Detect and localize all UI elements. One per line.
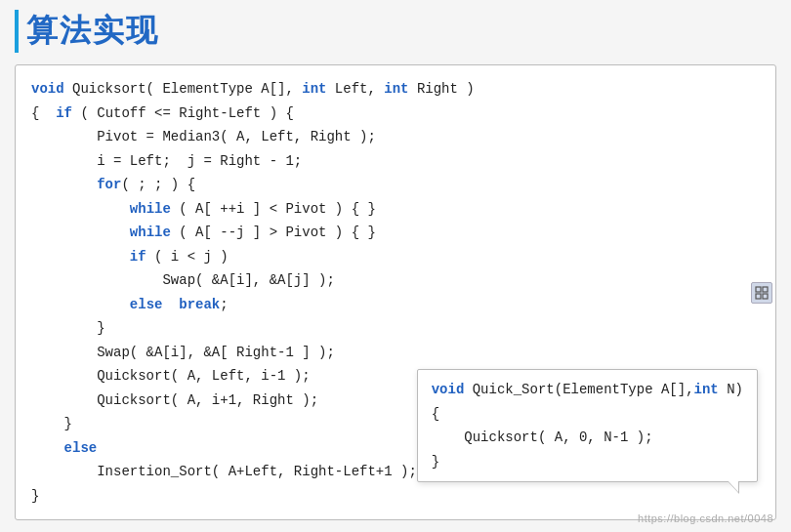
code-area-wrapper: void Quicksort( ElementType A[], int Lef… — [15, 64, 776, 520]
code-line-7: while ( A[ --j ] > Pivot ) { } — [31, 221, 760, 245]
page-container: 算法实现 void Quicksort( ElementType A[], in… — [0, 0, 791, 532]
code-line-3: Pivot = Median3( A, Left, Right ); — [31, 125, 760, 149]
title-area: 算法实现 — [15, 10, 776, 53]
watermark: https://blog.csdn.net/0048 — [638, 512, 773, 524]
popup-line-2: { — [432, 402, 743, 427]
code-line-5: for( ; ; ) { — [31, 173, 760, 197]
code-line-12: Swap( &A[i], &A[ Right-1 ] ); — [31, 341, 760, 365]
code-line-8: if ( i < j ) — [31, 245, 760, 269]
popup-line-1: void Quick_Sort(ElementType A[],int N) — [432, 378, 743, 402]
code-line-11: } — [31, 316, 760, 341]
code-line-10: else break; — [31, 293, 760, 317]
expand-button[interactable] — [751, 282, 772, 304]
code-line-4: i = Left; j = Right - 1; — [31, 149, 760, 174]
popup-box: void Quick_Sort(ElementType A[],int N) {… — [417, 369, 758, 482]
popup-line-4: } — [432, 450, 743, 474]
expand-icon — [755, 286, 769, 300]
svg-rect-3 — [763, 294, 768, 299]
code-box: void Quicksort( ElementType A[], int Lef… — [15, 64, 776, 520]
svg-rect-2 — [756, 294, 761, 299]
code-line-18: } — [31, 484, 760, 509]
code-line-1: void Quicksort( ElementType A[], int Lef… — [31, 77, 760, 102]
svg-rect-0 — [756, 287, 761, 292]
svg-rect-1 — [763, 287, 768, 292]
page-title: 算法实现 — [26, 10, 159, 53]
popup-line-3: Quicksort( A, 0, N-1 ); — [432, 426, 743, 450]
code-line-6: while ( A[ ++i ] < Pivot ) { } — [31, 197, 760, 222]
code-line-9: Swap( &A[i], &A[j] ); — [31, 268, 760, 293]
code-line-2: { if ( Cutoff <= Right-Left ) { — [31, 102, 760, 126]
